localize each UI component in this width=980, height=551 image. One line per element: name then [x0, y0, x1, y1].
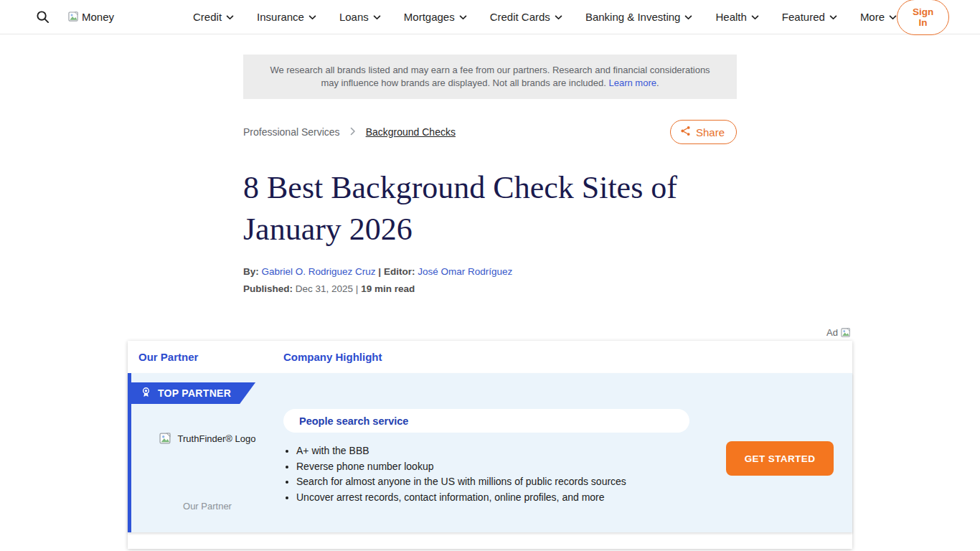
share-button[interactable]: Share — [670, 120, 737, 144]
next-table-row-partial — [128, 532, 852, 549]
nav-item-label: Banking & Investing — [585, 11, 681, 23]
partner-logo-cell: TruthFinder® Logo Our Partner — [131, 373, 283, 532]
nav-item-health[interactable]: Health — [715, 11, 758, 23]
editor-link[interactable]: José Omar Rodríguez — [418, 266, 512, 277]
get-started-button[interactable]: GET STARTED — [726, 441, 834, 476]
nav-item-featured[interactable]: Featured — [782, 11, 837, 23]
company-highlight-cell: People search service A+ with the BBB Re… — [283, 373, 852, 532]
nav-item-label: Health — [715, 11, 746, 23]
disclosure-period: . — [656, 77, 659, 88]
nav-item-label: Loans — [339, 11, 369, 23]
page-title: 8 Best Background Check Sites of January… — [243, 167, 732, 250]
published-separator: | — [356, 283, 359, 294]
share-icon — [680, 126, 691, 138]
partner-comparison-table: Our Partner Company Highlight TOP PARTNE… — [128, 341, 852, 549]
chevron-down-icon — [373, 15, 381, 20]
highlight-bullet: Uncover arrest records, contact informat… — [296, 490, 730, 506]
nav-item-label: More — [860, 11, 885, 23]
nav-item-label: Insurance — [257, 11, 304, 23]
top-navigation-bar: Money Credit Insurance Loans Mortgages C… — [0, 0, 980, 34]
highlight-bullet-list: A+ with the BBB Reverse phone number loo… — [285, 443, 730, 505]
chevron-down-icon — [308, 15, 316, 20]
editor-label: Editor: — [384, 266, 415, 277]
advertiser-disclosure: We research all brands listed and may ea… — [243, 55, 737, 99]
nav-item-loans[interactable]: Loans — [339, 11, 381, 23]
chevron-down-icon — [889, 15, 897, 20]
highlight-bullet: Reverse phone number lookup — [296, 459, 730, 475]
breadcrumb-parent[interactable]: Professional Services — [243, 126, 340, 138]
share-button-label: Share — [696, 126, 725, 138]
money-logo-alt-text: Money — [82, 11, 114, 23]
breadcrumb-current[interactable]: Background Checks — [366, 126, 456, 138]
truthfinder-logo[interactable]: TruthFinder® Logo — [131, 433, 283, 445]
chevron-down-icon — [829, 15, 837, 20]
column-header-our-partner: Our Partner — [128, 351, 283, 363]
byline-separator: | — [378, 266, 381, 277]
table-row: TOP PARTNER TruthFinder® Logo Our Partne… — [128, 373, 852, 532]
broken-image-icon — [68, 11, 79, 22]
chevron-down-icon — [226, 15, 234, 20]
chevron-down-icon — [459, 15, 467, 20]
published-label: Published: — [243, 283, 293, 294]
main-nav: Credit Insurance Loans Mortgages Credit … — [193, 11, 897, 23]
read-time: 19 min read — [361, 283, 415, 294]
chevron-down-icon — [555, 15, 562, 20]
nav-item-credit[interactable]: Credit — [193, 11, 234, 23]
chevron-right-icon — [350, 126, 356, 138]
nav-item-label: Featured — [782, 11, 825, 23]
money-logo[interactable]: Money — [68, 11, 114, 23]
nav-item-label: Credit — [193, 11, 222, 23]
nav-item-label: Mortgages — [404, 11, 455, 23]
highlight-bullet: Search for almost anyone in the US with … — [296, 474, 730, 490]
author-link[interactable]: Gabriel O. Rodriguez Cruz — [262, 266, 376, 277]
chevron-down-icon — [751, 15, 759, 20]
our-partner-caption: Our Partner — [131, 501, 283, 512]
nav-item-label: Credit Cards — [490, 11, 550, 23]
nav-item-credit-cards[interactable]: Credit Cards — [490, 11, 562, 23]
highlight-pill: People search service — [283, 409, 689, 433]
truthfinder-logo-alt-text: TruthFinder® Logo — [178, 433, 256, 444]
byline: By: Gabriel O. Rodriguez Cruz | Editor: … — [243, 266, 737, 277]
learn-more-link[interactable]: Learn more — [608, 77, 656, 88]
breadcrumb: Professional Services Background Checks — [243, 126, 456, 138]
highlight-bullet: A+ with the BBB — [296, 443, 730, 459]
broken-image-icon — [159, 433, 171, 445]
nav-item-insurance[interactable]: Insurance — [257, 11, 316, 23]
table-header-row: Our Partner Company Highlight — [128, 341, 852, 373]
by-label: By: — [243, 266, 259, 277]
chevron-down-icon — [684, 15, 692, 20]
nav-item-banking-investing[interactable]: Banking & Investing — [585, 11, 693, 23]
ad-label: Ad — [826, 327, 838, 338]
broken-image-icon — [841, 328, 851, 338]
published-date: Dec 31, 2025 — [296, 283, 353, 294]
nav-item-mortgages[interactable]: Mortgages — [404, 11, 467, 23]
column-header-company-highlight: Company Highlight — [283, 351, 852, 363]
nav-item-more[interactable]: More — [860, 11, 897, 23]
search-icon[interactable] — [36, 10, 50, 24]
published-row: Published: Dec 31, 2025 | 19 min read — [243, 283, 737, 294]
sign-in-button[interactable]: Sign In — [897, 0, 949, 35]
